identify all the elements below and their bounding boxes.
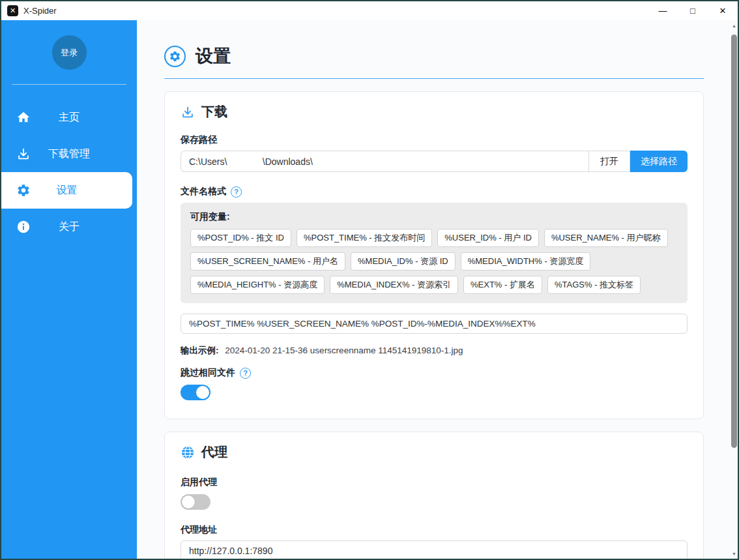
skip-same-label-text: 跳过相同文件 — [181, 367, 235, 379]
download-section-icon — [181, 105, 195, 119]
sidebar: 登录 主页 下载管理 设 — [1, 20, 137, 559]
variable-chip[interactable]: %EXT% - 扩展名 — [463, 276, 542, 294]
output-example-row: 输出示例: 2024-01-20 21-15-36 userscreenname… — [181, 345, 688, 357]
app-window: ✕ X-Spider — □ ✕ 登录 主页 — [0, 0, 739, 560]
settings-gear-icon — [164, 46, 186, 67]
variable-chip[interactable]: %TAGS% - 推文标签 — [547, 276, 641, 294]
header-divider — [164, 78, 704, 79]
skip-same-label: 跳过相同文件 ? — [181, 367, 688, 379]
gear-icon — [16, 183, 31, 198]
variable-chip[interactable]: %MEDIA_INDEX% - 资源索引 — [330, 276, 458, 294]
sidebar-item-about[interactable]: 关于 — [1, 209, 137, 245]
download-section-title: 下载 — [201, 103, 227, 121]
scroll-up-arrow-icon[interactable]: ▲ — [731, 22, 738, 29]
filename-format-label: 文件名格式 ? — [181, 186, 688, 198]
home-icon — [16, 110, 31, 125]
output-example-label: 输出示例: — [181, 346, 219, 355]
variable-chip[interactable]: %POST_TIME% - 推文发布时间 — [297, 229, 432, 247]
toggle-knob — [196, 386, 209, 399]
skip-same-toggle[interactable] — [181, 385, 210, 400]
scroll-down-arrow-icon[interactable]: ▼ — [731, 550, 738, 557]
main-content: 设置 下载 保存路径 打开 选择路径 — [137, 20, 738, 559]
download-icon — [16, 146, 31, 162]
login-button[interactable]: 登录 — [52, 35, 87, 70]
variable-chip[interactable]: %MEDIA_WIDTH% - 资源宽度 — [461, 252, 591, 271]
download-section-header: 下载 — [181, 103, 688, 121]
page-header: 设置 — [164, 44, 704, 68]
variable-chip[interactable]: %MEDIA_ID% - 资源 ID — [351, 252, 456, 271]
maximize-button[interactable]: □ — [678, 1, 708, 20]
download-settings-card: 下载 保存路径 打开 选择路径 文件名格式 ? 可用变量: — [164, 91, 704, 419]
vertical-scrollbar: ▲ ▼ — [731, 20, 738, 559]
window-controls: — □ ✕ — [648, 1, 738, 20]
available-variables-label: 可用变量: — [190, 211, 678, 223]
enable-proxy-toggle[interactable] — [181, 494, 210, 510]
close-button[interactable]: ✕ — [708, 1, 738, 20]
variable-chip[interactable]: %USER_SCREEN_NAME% - 用户名 — [190, 252, 345, 271]
sidebar-menu: 主页 下载管理 设置 — [1, 99, 137, 245]
variable-chip[interactable]: %USER_ID% - 用户 ID — [437, 229, 539, 247]
variable-chips: %POST_ID% - 推文 ID %POST_TIME% - 推文发布时间 %… — [190, 229, 678, 294]
info-icon — [16, 219, 31, 235]
page-title: 设置 — [196, 44, 231, 68]
save-path-input[interactable] — [181, 151, 588, 172]
skip-same-help-icon[interactable]: ? — [240, 368, 251, 379]
title-bar: ✕ X-Spider — □ ✕ — [1, 1, 738, 20]
filename-format-label-text: 文件名格式 — [181, 186, 226, 198]
toggle-knob — [182, 495, 195, 508]
save-path-label: 保存路径 — [181, 134, 688, 146]
enable-proxy-label: 启用代理 — [181, 477, 688, 488]
minimize-button[interactable]: — — [648, 1, 678, 20]
filename-format-help-icon[interactable]: ? — [231, 186, 242, 198]
variable-chip[interactable]: %POST_ID% - 推文 ID — [190, 229, 291, 247]
output-example-value: 2024-01-20 21-15-36 userscreenname 11451… — [225, 346, 463, 355]
proxy-section-title: 代理 — [201, 443, 227, 461]
proxy-section-header: 代理 — [181, 443, 688, 461]
sidebar-item-download-manager[interactable]: 下载管理 — [1, 136, 137, 172]
app-logo-icon: ✕ — [7, 5, 18, 16]
variable-chip[interactable]: %USER_NAME% - 用户昵称 — [544, 229, 668, 247]
sidebar-item-settings[interactable]: 设置 — [1, 172, 132, 209]
choose-path-button[interactable]: 选择路径 — [630, 151, 688, 172]
sidebar-divider — [12, 84, 126, 85]
proxy-address-input[interactable] — [181, 540, 688, 559]
save-path-row: 打开 选择路径 — [181, 151, 688, 172]
globe-icon — [181, 445, 195, 460]
available-variables-box: 可用变量: %POST_ID% - 推文 ID %POST_TIME% - 推文… — [181, 203, 688, 303]
proxy-settings-card: 代理 启用代理 代理地址 — [164, 432, 704, 559]
proxy-address-label: 代理地址 — [181, 524, 688, 536]
sidebar-item-home[interactable]: 主页 — [1, 99, 137, 136]
filename-format-input[interactable] — [181, 314, 688, 334]
scrollbar-thumb[interactable] — [731, 35, 737, 448]
window-title: X-Spider — [23, 6, 57, 16]
open-path-button[interactable]: 打开 — [588, 151, 630, 172]
variable-chip[interactable]: %MEDIA_HEIGHT% - 资源高度 — [190, 276, 325, 294]
